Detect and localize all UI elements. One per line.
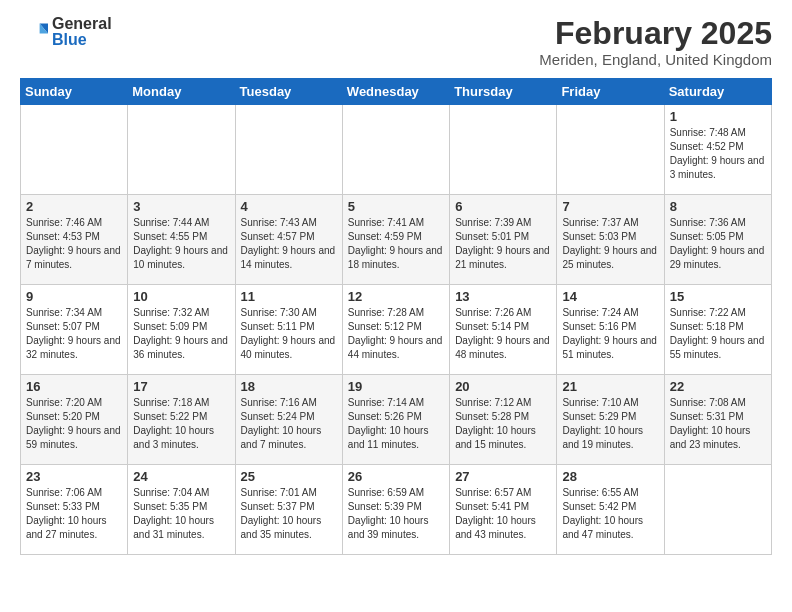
day-number: 3: [133, 199, 229, 214]
day-info: Sunrise: 7:20 AM Sunset: 5:20 PM Dayligh…: [26, 396, 122, 452]
calendar-week-row: 16Sunrise: 7:20 AM Sunset: 5:20 PM Dayli…: [21, 375, 772, 465]
day-number: 18: [241, 379, 337, 394]
day-info: Sunrise: 6:59 AM Sunset: 5:39 PM Dayligh…: [348, 486, 444, 542]
day-number: 15: [670, 289, 766, 304]
calendar-cell: 6Sunrise: 7:39 AM Sunset: 5:01 PM Daylig…: [450, 195, 557, 285]
col-sunday: Sunday: [21, 79, 128, 105]
calendar-cell: 2Sunrise: 7:46 AM Sunset: 4:53 PM Daylig…: [21, 195, 128, 285]
day-info: Sunrise: 7:08 AM Sunset: 5:31 PM Dayligh…: [670, 396, 766, 452]
calendar-subtitle: Meriden, England, United Kingdom: [539, 51, 772, 68]
calendar-cell: 24Sunrise: 7:04 AM Sunset: 5:35 PM Dayli…: [128, 465, 235, 555]
calendar-cell: [450, 105, 557, 195]
logo-text: General Blue: [52, 16, 112, 48]
calendar-week-row: 23Sunrise: 7:06 AM Sunset: 5:33 PM Dayli…: [21, 465, 772, 555]
day-number: 9: [26, 289, 122, 304]
calendar-cell: [557, 105, 664, 195]
calendar-cell: 10Sunrise: 7:32 AM Sunset: 5:09 PM Dayli…: [128, 285, 235, 375]
calendar-cell: 20Sunrise: 7:12 AM Sunset: 5:28 PM Dayli…: [450, 375, 557, 465]
day-number: 6: [455, 199, 551, 214]
day-info: Sunrise: 7:30 AM Sunset: 5:11 PM Dayligh…: [241, 306, 337, 362]
calendar-cell: [664, 465, 771, 555]
calendar-cell: 5Sunrise: 7:41 AM Sunset: 4:59 PM Daylig…: [342, 195, 449, 285]
calendar-cell: 22Sunrise: 7:08 AM Sunset: 5:31 PM Dayli…: [664, 375, 771, 465]
day-number: 4: [241, 199, 337, 214]
calendar-week-row: 2Sunrise: 7:46 AM Sunset: 4:53 PM Daylig…: [21, 195, 772, 285]
day-number: 14: [562, 289, 658, 304]
day-number: 21: [562, 379, 658, 394]
calendar-cell: 4Sunrise: 7:43 AM Sunset: 4:57 PM Daylig…: [235, 195, 342, 285]
day-info: Sunrise: 7:04 AM Sunset: 5:35 PM Dayligh…: [133, 486, 229, 542]
day-info: Sunrise: 7:48 AM Sunset: 4:52 PM Dayligh…: [670, 126, 766, 182]
day-info: Sunrise: 7:18 AM Sunset: 5:22 PM Dayligh…: [133, 396, 229, 452]
day-number: 25: [241, 469, 337, 484]
col-thursday: Thursday: [450, 79, 557, 105]
calendar-cell: 28Sunrise: 6:55 AM Sunset: 5:42 PM Dayli…: [557, 465, 664, 555]
day-number: 17: [133, 379, 229, 394]
calendar-cell: 23Sunrise: 7:06 AM Sunset: 5:33 PM Dayli…: [21, 465, 128, 555]
calendar-cell: 14Sunrise: 7:24 AM Sunset: 5:16 PM Dayli…: [557, 285, 664, 375]
logo-general-text: General: [52, 16, 112, 32]
calendar-cell: 19Sunrise: 7:14 AM Sunset: 5:26 PM Dayli…: [342, 375, 449, 465]
col-tuesday: Tuesday: [235, 79, 342, 105]
day-number: 27: [455, 469, 551, 484]
day-info: Sunrise: 6:57 AM Sunset: 5:41 PM Dayligh…: [455, 486, 551, 542]
calendar-cell: 1Sunrise: 7:48 AM Sunset: 4:52 PM Daylig…: [664, 105, 771, 195]
calendar-title: February 2025: [539, 16, 772, 51]
day-number: 2: [26, 199, 122, 214]
day-info: Sunrise: 7:06 AM Sunset: 5:33 PM Dayligh…: [26, 486, 122, 542]
day-number: 24: [133, 469, 229, 484]
calendar-cell: 21Sunrise: 7:10 AM Sunset: 5:29 PM Dayli…: [557, 375, 664, 465]
logo: General Blue: [20, 16, 112, 48]
day-info: Sunrise: 6:55 AM Sunset: 5:42 PM Dayligh…: [562, 486, 658, 542]
page: General Blue February 2025 Meriden, Engl…: [0, 0, 792, 571]
calendar-cell: 27Sunrise: 6:57 AM Sunset: 5:41 PM Dayli…: [450, 465, 557, 555]
day-info: Sunrise: 7:34 AM Sunset: 5:07 PM Dayligh…: [26, 306, 122, 362]
logo-blue-text: Blue: [52, 32, 112, 48]
day-info: Sunrise: 7:46 AM Sunset: 4:53 PM Dayligh…: [26, 216, 122, 272]
header: General Blue February 2025 Meriden, Engl…: [20, 16, 772, 68]
day-number: 1: [670, 109, 766, 124]
day-info: Sunrise: 7:16 AM Sunset: 5:24 PM Dayligh…: [241, 396, 337, 452]
col-monday: Monday: [128, 79, 235, 105]
calendar-cell: 17Sunrise: 7:18 AM Sunset: 5:22 PM Dayli…: [128, 375, 235, 465]
day-number: 7: [562, 199, 658, 214]
day-number: 19: [348, 379, 444, 394]
day-number: 22: [670, 379, 766, 394]
day-info: Sunrise: 7:43 AM Sunset: 4:57 PM Dayligh…: [241, 216, 337, 272]
day-info: Sunrise: 7:01 AM Sunset: 5:37 PM Dayligh…: [241, 486, 337, 542]
day-info: Sunrise: 7:39 AM Sunset: 5:01 PM Dayligh…: [455, 216, 551, 272]
day-number: 12: [348, 289, 444, 304]
calendar-week-row: 1Sunrise: 7:48 AM Sunset: 4:52 PM Daylig…: [21, 105, 772, 195]
day-info: Sunrise: 7:44 AM Sunset: 4:55 PM Dayligh…: [133, 216, 229, 272]
day-info: Sunrise: 7:37 AM Sunset: 5:03 PM Dayligh…: [562, 216, 658, 272]
day-number: 10: [133, 289, 229, 304]
day-info: Sunrise: 7:22 AM Sunset: 5:18 PM Dayligh…: [670, 306, 766, 362]
col-friday: Friday: [557, 79, 664, 105]
day-number: 28: [562, 469, 658, 484]
day-info: Sunrise: 7:24 AM Sunset: 5:16 PM Dayligh…: [562, 306, 658, 362]
calendar-cell: 7Sunrise: 7:37 AM Sunset: 5:03 PM Daylig…: [557, 195, 664, 285]
day-number: 5: [348, 199, 444, 214]
calendar-cell: 3Sunrise: 7:44 AM Sunset: 4:55 PM Daylig…: [128, 195, 235, 285]
day-info: Sunrise: 7:14 AM Sunset: 5:26 PM Dayligh…: [348, 396, 444, 452]
calendar-cell: 8Sunrise: 7:36 AM Sunset: 5:05 PM Daylig…: [664, 195, 771, 285]
col-wednesday: Wednesday: [342, 79, 449, 105]
calendar-week-row: 9Sunrise: 7:34 AM Sunset: 5:07 PM Daylig…: [21, 285, 772, 375]
calendar-cell: [235, 105, 342, 195]
calendar-cell: 9Sunrise: 7:34 AM Sunset: 5:07 PM Daylig…: [21, 285, 128, 375]
day-number: 20: [455, 379, 551, 394]
calendar-cell: 16Sunrise: 7:20 AM Sunset: 5:20 PM Dayli…: [21, 375, 128, 465]
calendar-cell: 11Sunrise: 7:30 AM Sunset: 5:11 PM Dayli…: [235, 285, 342, 375]
day-number: 11: [241, 289, 337, 304]
calendar-cell: 18Sunrise: 7:16 AM Sunset: 5:24 PM Dayli…: [235, 375, 342, 465]
day-info: Sunrise: 7:32 AM Sunset: 5:09 PM Dayligh…: [133, 306, 229, 362]
calendar-cell: 12Sunrise: 7:28 AM Sunset: 5:12 PM Dayli…: [342, 285, 449, 375]
day-info: Sunrise: 7:41 AM Sunset: 4:59 PM Dayligh…: [348, 216, 444, 272]
day-number: 13: [455, 289, 551, 304]
day-info: Sunrise: 7:36 AM Sunset: 5:05 PM Dayligh…: [670, 216, 766, 272]
day-info: Sunrise: 7:28 AM Sunset: 5:12 PM Dayligh…: [348, 306, 444, 362]
calendar-cell: 25Sunrise: 7:01 AM Sunset: 5:37 PM Dayli…: [235, 465, 342, 555]
day-info: Sunrise: 7:10 AM Sunset: 5:29 PM Dayligh…: [562, 396, 658, 452]
day-number: 26: [348, 469, 444, 484]
calendar-cell: 13Sunrise: 7:26 AM Sunset: 5:14 PM Dayli…: [450, 285, 557, 375]
